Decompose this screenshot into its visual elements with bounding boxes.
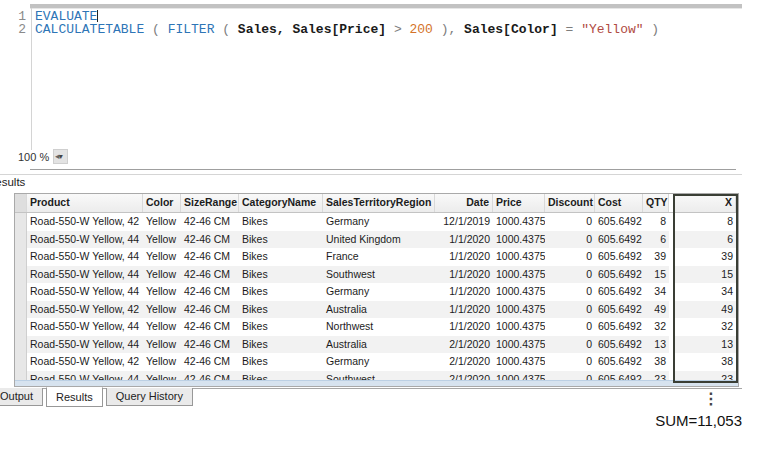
cell-date[interactable]: 1/1/2020 [435, 318, 493, 336]
cell-salesterritoryregion[interactable]: Australia [323, 336, 435, 354]
cell-date[interactable]: 1/1/2020 [435, 231, 493, 249]
row-selector-header[interactable] [15, 194, 27, 212]
tab-query-history[interactable]: Query History [106, 388, 193, 406]
column-header-cost[interactable]: Cost [595, 194, 643, 212]
table-row[interactable]: Road-550-W Yellow, 42Yellow42-46 CMBikes… [15, 353, 738, 371]
cell-categoryname[interactable]: Bikes [239, 336, 323, 354]
zoom-control[interactable]: 100 % ▼ [18, 149, 68, 164]
cell-color[interactable]: Yellow [143, 336, 181, 354]
cell-cost[interactable]: 605.6492 [595, 283, 643, 301]
cell-qty[interactable]: 6 [643, 231, 669, 249]
cell-categoryname[interactable]: Bikes [239, 353, 323, 371]
cell-salesterritoryregion[interactable]: France [323, 248, 435, 266]
cell-x[interactable]: 13 [675, 336, 736, 354]
column-header-categoryname[interactable]: CategoryName [239, 194, 323, 212]
cell-salesterritoryregion[interactable]: Southwest [323, 266, 435, 284]
row-selector[interactable] [15, 336, 27, 354]
cell-product[interactable]: Road-550-W Yellow, 44 [27, 231, 143, 249]
cell-salesterritoryregion[interactable]: Germany [323, 353, 435, 371]
cell-cost[interactable]: 605.6492 [595, 231, 643, 249]
column-header-date[interactable]: Date [435, 194, 493, 212]
cell-salesterritoryregion[interactable]: Australia [323, 301, 435, 319]
cell-product[interactable]: Road-550-W Yellow, 42 [27, 213, 143, 231]
cell-color[interactable]: Yellow [143, 318, 181, 336]
cell-color[interactable]: Yellow [143, 283, 181, 301]
table-row[interactable]: Road-550-W Yellow, 42Yellow42-46 CMBikes… [15, 213, 738, 231]
cell-sizerange[interactable]: 42-46 CM [181, 248, 239, 266]
cell-sizerange[interactable]: 42-46 CM [181, 231, 239, 249]
cell-cost[interactable]: 605.6492 [595, 266, 643, 284]
table-row[interactable]: Road-550-W Yellow, 44Yellow42-46 CMBikes… [15, 318, 738, 336]
cell-sizerange[interactable]: 42-46 CM [181, 318, 239, 336]
cell-x[interactable]: 15 [675, 266, 736, 284]
column-header-color[interactable]: Color [143, 194, 181, 212]
row-selector[interactable] [15, 248, 27, 266]
cell-categoryname[interactable]: Bikes [239, 318, 323, 336]
cell-date[interactable]: 1/1/2020 [435, 248, 493, 266]
column-header-qty[interactable]: QTY [643, 194, 669, 212]
cell-color[interactable]: Yellow [143, 353, 181, 371]
cell-salesterritoryregion[interactable]: Germany [323, 283, 435, 301]
cell-salesterritoryregion[interactable]: Northwest [323, 318, 435, 336]
cell-categoryname[interactable]: Bikes [239, 213, 323, 231]
cell-date[interactable]: 12/1/2019 [435, 213, 493, 231]
row-selector[interactable] [15, 231, 27, 249]
row-selector[interactable] [15, 213, 27, 231]
cell-price[interactable]: 1000.4375 [493, 353, 545, 371]
cell-date[interactable]: 1/1/2020 [435, 266, 493, 284]
cell-product[interactable]: Road-550-W Yellow, 44 [27, 266, 143, 284]
column-header-sizerange[interactable]: SizeRange [181, 194, 239, 212]
cell-x[interactable]: 38 [675, 353, 736, 371]
row-selector[interactable] [15, 353, 27, 371]
tab-results[interactable]: Results [46, 387, 103, 407]
code-line[interactable]: 2CALCULATETABLE ( FILTER ( Sales, Sales[… [0, 23, 768, 36]
cell-x[interactable]: 32 [675, 318, 736, 336]
cell-date[interactable]: 2/1/2020 [435, 353, 493, 371]
code-area[interactable]: 1EVALUATE2CALCULATETABLE ( FILTER ( Sale… [0, 10, 768, 148]
cell-x[interactable]: 6 [675, 231, 736, 249]
cell-price[interactable]: 1000.4375 [493, 266, 545, 284]
cell-color[interactable]: Yellow [143, 248, 181, 266]
column-header-x[interactable]: X [675, 194, 736, 212]
table-row[interactable]: Road-550-W Yellow, 44Yellow42-46 CMBikes… [15, 336, 738, 354]
cell-color[interactable]: Yellow [143, 301, 181, 319]
row-selector[interactable] [15, 266, 27, 284]
table-row[interactable]: Road-550-W Yellow, 44Yellow42-46 CMBikes… [15, 248, 738, 266]
cell-discount[interactable]: 0 [545, 213, 595, 231]
cell-salesterritoryregion[interactable]: United Kingdom [323, 231, 435, 249]
cell-sizerange[interactable]: 42-46 CM [181, 213, 239, 231]
cell-salesterritoryregion[interactable]: Germany [323, 213, 435, 231]
cell-x[interactable]: 8 [675, 213, 736, 231]
cell-qty[interactable]: 13 [643, 336, 669, 354]
table-row[interactable]: Road-550-W Yellow, 44Yellow42-46 CMBikes… [15, 231, 738, 249]
cell-price[interactable]: 1000.4375 [493, 283, 545, 301]
cell-sizerange[interactable]: 42-46 CM [181, 301, 239, 319]
cell-categoryname[interactable]: Bikes [239, 283, 323, 301]
cell-color[interactable]: Yellow [143, 213, 181, 231]
cell-x[interactable]: 49 [675, 301, 736, 319]
cell-price[interactable]: 1000.4375 [493, 318, 545, 336]
editor-top-splitter[interactable] [30, 4, 742, 9]
table-row[interactable]: Road-550-W Yellow, 44Yellow42-46 CMBikes… [15, 283, 738, 301]
cell-categoryname[interactable]: Bikes [239, 248, 323, 266]
cell-date[interactable]: 1/1/2020 [435, 283, 493, 301]
cell-discount[interactable]: 0 [545, 283, 595, 301]
cell-color[interactable]: Yellow [143, 266, 181, 284]
cell-date[interactable]: 2/1/2020 [435, 336, 493, 354]
overflow-handle-icon[interactable]: ⋮ [703, 390, 719, 408]
results-grid[interactable]: ProductColorSizeRangeCategoryNameSalesTe… [14, 193, 739, 387]
cell-x[interactable]: 34 [675, 283, 736, 301]
cell-sizerange[interactable]: 42-46 CM [181, 283, 239, 301]
cell-product[interactable]: Road-550-W Yellow, 44 [27, 336, 143, 354]
cell-cost[interactable]: 605.6492 [595, 353, 643, 371]
column-header-salesterritoryregion[interactable]: SalesTerritoryRegion [323, 194, 435, 212]
cell-qty[interactable]: 34 [643, 283, 669, 301]
cell-sizerange[interactable]: 42-46 CM [181, 336, 239, 354]
row-selector[interactable] [15, 301, 27, 319]
cell-categoryname[interactable]: Bikes [239, 266, 323, 284]
cell-discount[interactable]: 0 [545, 248, 595, 266]
cell-qty[interactable]: 15 [643, 266, 669, 284]
cell-product[interactable]: Road-550-W Yellow, 42 [27, 301, 143, 319]
cell-date[interactable]: 1/1/2020 [435, 301, 493, 319]
cell-product[interactable]: Road-550-W Yellow, 44 [27, 283, 143, 301]
